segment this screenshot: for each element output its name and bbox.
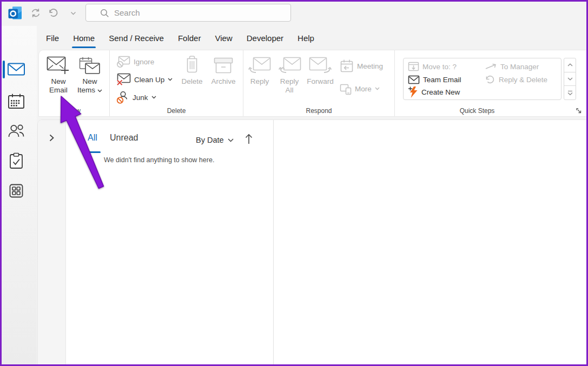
reply-arrow-icon [485,75,495,85]
clean-up-icon [116,73,131,86]
menu-home-underline [72,46,96,48]
delete-button[interactable]: Delete [177,54,207,105]
menu-file[interactable]: File [39,26,66,50]
quick-step-reply-delete[interactable]: Reply & Delete [485,74,547,86]
content-area: All Unread By Date We didn't find anythi… [38,120,586,364]
folder-pane-collapsed [38,120,66,364]
undo-icon[interactable] [48,8,58,18]
quick-steps-gallery: Move to: ? Team Email Create New [403,58,561,100]
menu-help[interactable]: Help [290,26,321,50]
nav-selected-indicator [3,61,5,78]
tab-all-underline [86,151,101,153]
group-label-respond: Respond [243,107,394,115]
mail-icon [7,60,25,78]
nav-apps-button[interactable] [5,180,27,202]
sort-dropdown[interactable]: By Date [196,136,234,144]
nav-mail-button[interactable] [5,58,27,80]
ignore-icon [116,55,130,68]
group-label-new: New [39,107,109,115]
quick-step-create-new[interactable]: Create New [408,86,460,98]
quick-step-to-manager[interactable]: To Manager [485,61,539,73]
chevron-down-icon [567,77,573,81]
ribbon: New Email New Items New [39,50,586,116]
arrow-right-icon [485,63,497,71]
quick-steps-scrollbar [564,58,576,100]
meeting-icon [340,59,354,73]
menu-view[interactable]: View [208,26,239,50]
folder-move-icon [408,61,419,72]
outlook-logo-icon [8,5,23,21]
chevron-down-icon [151,96,156,99]
reading-pane [274,120,586,364]
search-input[interactable] [114,8,276,17]
junk-icon [116,91,129,104]
group-label-quick-steps: Quick Steps [395,107,559,115]
reply-button[interactable]: Reply [245,54,274,105]
gallery-expand-icon [567,90,573,96]
menu-folder[interactable]: Folder [171,26,208,50]
nav-calendar-button[interactable] [5,91,27,112]
clean-up-button[interactable]: Clean Up [116,72,173,86]
menu-send-receive[interactable]: Send / Receive [102,26,171,50]
envelope-icon [408,75,420,85]
meeting-button[interactable]: Meeting [340,59,383,73]
new-email-button[interactable]: New Email [43,54,74,105]
ribbon-group-delete: Ignore Clean Up Junk [110,50,243,116]
sort-direction-button[interactable] [245,133,253,147]
ribbon-group-respond: Reply Reply All [243,50,395,116]
tab-unread[interactable]: Unread [110,133,138,143]
chevron-down-icon [375,87,380,90]
gallery-expand-button[interactable] [564,85,576,99]
forward-button[interactable]: Forward [304,54,336,105]
empty-list-message: We didn't find anything to show here. [104,156,214,164]
archive-icon [214,57,233,74]
search-icon [100,9,109,18]
calendar-icon [7,92,25,111]
chevron-up-icon [567,63,573,66]
gallery-scroll-up-button[interactable] [564,58,576,72]
new-email-icon [47,56,70,75]
reply-icon [248,57,271,74]
titlebar [0,0,588,26]
nav-tasks-button[interactable] [5,150,27,172]
quick-steps-dialog-launcher[interactable] [576,107,583,114]
chevron-down-icon [168,78,173,81]
reply-all-icon [278,57,301,74]
chevron-down-icon [228,138,234,142]
group-label-delete: Delete [110,107,243,115]
menu-developer[interactable]: Developer [240,26,290,50]
ignore-button[interactable]: Ignore [116,55,154,69]
junk-button[interactable]: Junk [116,90,156,104]
quick-step-move-to[interactable]: Move to: ? [408,61,457,73]
chevron-right-icon [48,134,55,142]
dialog-launcher-icon [576,108,582,114]
quick-step-team-email[interactable]: Team Email [408,74,461,86]
more-respond-button[interactable]: More [340,82,380,96]
lightning-plus-icon [408,86,418,98]
chevron-down-icon [97,89,102,92]
nav-people-button[interactable] [5,120,27,142]
archive-button[interactable]: Archive [207,54,240,105]
folder-pane-expand-button[interactable] [44,131,58,145]
more-icon [340,82,352,95]
people-icon [7,122,25,140]
new-items-button[interactable]: New Items [74,54,106,105]
tab-all[interactable]: All [88,133,97,143]
nav-rail [0,26,37,366]
gallery-scroll-down-button[interactable] [564,72,576,86]
arrow-up-icon [245,133,253,145]
apps-icon [7,182,25,200]
ribbon-group-new: New Email New Items New [39,50,110,116]
forward-icon [309,57,332,74]
quick-access-chevron-icon[interactable] [70,11,76,16]
tasks-icon [7,152,25,170]
reply-all-button[interactable]: Reply All [275,54,304,105]
new-items-icon [79,57,101,75]
trash-icon [185,55,199,76]
menu-home[interactable]: Home [66,26,102,50]
ribbon-group-quick-steps: Move to: ? Team Email Create New [395,50,586,116]
search-box[interactable] [85,4,291,22]
menubar: File Home Send / Receive Folder View Dev… [39,26,321,50]
sync-icon[interactable] [30,8,41,18]
